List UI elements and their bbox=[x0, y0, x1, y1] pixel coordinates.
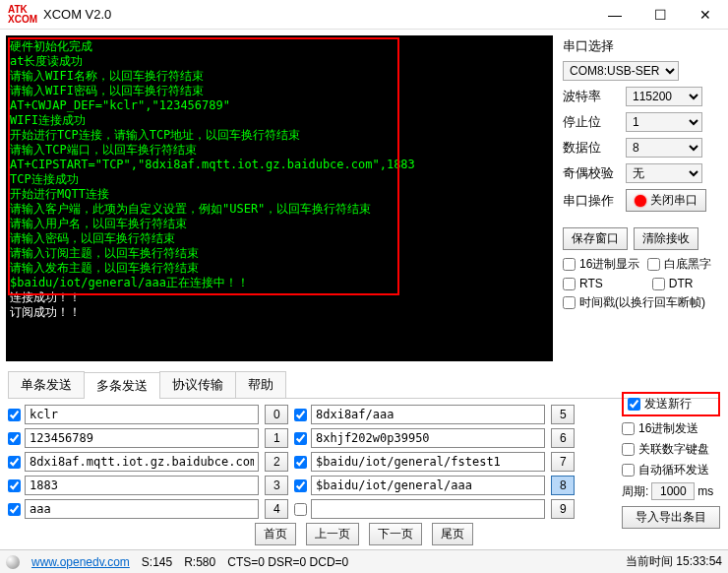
row-input-b[interactable] bbox=[311, 428, 545, 448]
maximize-button[interactable]: ☐ bbox=[645, 7, 675, 23]
dtr-checkbox[interactable] bbox=[652, 278, 665, 290]
rts-checkbox[interactable] bbox=[563, 278, 576, 290]
tab-bar: 单条发送 多条发送 协议传输 帮助 bbox=[8, 371, 720, 399]
row-send-a-button[interactable]: 3 bbox=[265, 476, 288, 495]
port-label: 串口选择 bbox=[563, 37, 614, 55]
record-icon bbox=[635, 195, 646, 207]
console-output: 硬件初始化完成 at长度读成功 请输入WIFI名称，以回车换行符结束 请输入WI… bbox=[6, 35, 553, 361]
send-newline-checkbox[interactable] bbox=[628, 398, 640, 411]
tab-protocol[interactable]: 协议传输 bbox=[159, 371, 236, 398]
row-send-a-button[interactable]: 4 bbox=[265, 499, 288, 519]
row-send-b-button[interactable]: 9 bbox=[551, 499, 575, 519]
window-title: XCOM V2.0 bbox=[43, 7, 600, 22]
app-logo: ATKXCOM bbox=[8, 5, 37, 25]
send-row: 4 9 bbox=[8, 499, 720, 519]
close-button[interactable]: ✕ bbox=[691, 7, 720, 23]
save-window-button[interactable]: 保存窗口 bbox=[563, 227, 628, 250]
row-send-b-button[interactable]: 6 bbox=[551, 428, 575, 448]
row-checkbox-a[interactable] bbox=[8, 479, 21, 492]
row-send-b-button[interactable]: 7 bbox=[551, 452, 575, 472]
nav-last-button[interactable]: 尾页 bbox=[432, 523, 473, 545]
parity-label: 奇偶校验 bbox=[563, 164, 620, 182]
row-input-a[interactable] bbox=[25, 452, 259, 472]
baud-label: 波特率 bbox=[563, 88, 620, 105]
send-row: 0 5 bbox=[8, 405, 720, 424]
close-port-button[interactable]: 关闭串口 bbox=[626, 189, 706, 212]
import-export-button[interactable]: 导入导出条目 bbox=[622, 506, 720, 529]
stop-label: 停止位 bbox=[563, 113, 620, 131]
row-input-b[interactable] bbox=[311, 405, 545, 424]
minimize-button[interactable]: — bbox=[600, 7, 630, 23]
row-checkbox-b[interactable] bbox=[294, 503, 307, 516]
row-input-a[interactable] bbox=[25, 476, 259, 495]
vendor-link[interactable]: www.openedv.com bbox=[31, 555, 130, 569]
row-send-b-button[interactable]: 8 bbox=[551, 476, 575, 495]
row-checkbox-b[interactable] bbox=[294, 479, 307, 492]
autoloop-checkbox[interactable] bbox=[622, 464, 635, 477]
row-checkbox-b[interactable] bbox=[294, 456, 307, 469]
send-options-panel: 发送新行 16进制发送 关联数字键盘 自动循环发送 周期:ms 导入导出条目 bbox=[622, 392, 720, 529]
baud-select[interactable]: 115200 bbox=[626, 87, 702, 106]
hex-display-checkbox[interactable] bbox=[563, 258, 576, 271]
op-label: 串口操作 bbox=[563, 192, 620, 210]
status-lines: CTS=0 DSR=0 DCD=0 bbox=[227, 555, 348, 569]
row-send-a-button[interactable]: 2 bbox=[265, 452, 288, 472]
row-input-a[interactable] bbox=[25, 428, 259, 448]
tab-help[interactable]: 帮助 bbox=[235, 371, 286, 398]
row-send-b-button[interactable]: 5 bbox=[551, 405, 575, 424]
titlebar: ATKXCOM XCOM V2.0 — ☐ ✕ bbox=[0, 0, 728, 30]
data-label: 数据位 bbox=[563, 139, 620, 157]
status-dot-icon bbox=[6, 555, 20, 569]
row-checkbox-b[interactable] bbox=[294, 409, 307, 421]
hex-send-checkbox[interactable] bbox=[622, 422, 635, 435]
row-input-a[interactable] bbox=[25, 499, 259, 519]
row-checkbox-a[interactable] bbox=[8, 456, 21, 469]
serial-settings-panel: 串口选择 COM8:USB-SERIAL 波特率115200 停止位1 数据位8… bbox=[559, 30, 728, 367]
row-input-b[interactable] bbox=[311, 476, 545, 495]
status-sent: S:145 bbox=[142, 555, 172, 569]
row-input-b[interactable] bbox=[311, 452, 545, 472]
nav-next-button[interactable]: 下一页 bbox=[369, 523, 422, 545]
send-row: 3 8 bbox=[8, 476, 720, 495]
row-checkbox-b[interactable] bbox=[294, 432, 307, 445]
tab-single-send[interactable]: 单条发送 bbox=[8, 371, 85, 398]
status-recv: R:580 bbox=[184, 555, 215, 569]
stop-select[interactable]: 1 bbox=[626, 112, 702, 132]
send-row: 2 7 bbox=[8, 452, 720, 472]
row-input-a[interactable] bbox=[25, 405, 259, 424]
port-select[interactable]: COM8:USB-SERIAL bbox=[563, 61, 679, 81]
row-send-a-button[interactable]: 1 bbox=[265, 428, 288, 448]
tab-multi-send[interactable]: 多条发送 bbox=[84, 372, 160, 399]
multi-send-grid: 0 5 1 6 2 7 3 8 4 9 首页 上一页 下一页 尾页 bbox=[0, 399, 728, 551]
status-time: 15:33:54 bbox=[676, 554, 722, 568]
nav-prev-button[interactable]: 上一页 bbox=[306, 523, 359, 545]
white-bg-checkbox[interactable] bbox=[647, 258, 660, 271]
row-checkbox-a[interactable] bbox=[8, 432, 21, 445]
clear-receive-button[interactable]: 清除接收 bbox=[634, 227, 698, 250]
row-checkbox-a[interactable] bbox=[8, 503, 21, 516]
period-label: 周期: bbox=[622, 483, 648, 500]
nav-first-button[interactable]: 首页 bbox=[255, 523, 296, 545]
row-input-b[interactable] bbox=[311, 499, 545, 519]
parity-select[interactable]: 无 bbox=[626, 163, 702, 183]
status-bar: www.openedv.com S:145 R:580 CTS=0 DSR=0 … bbox=[0, 549, 728, 573]
row-checkbox-a[interactable] bbox=[8, 409, 21, 421]
period-input[interactable] bbox=[651, 482, 695, 500]
row-send-a-button[interactable]: 0 bbox=[265, 405, 288, 424]
data-select[interactable]: 8 bbox=[626, 138, 702, 158]
timestamp-checkbox[interactable] bbox=[563, 296, 576, 309]
send-row: 1 6 bbox=[8, 428, 720, 448]
highlight-box-newline: 发送新行 bbox=[622, 392, 720, 416]
numpad-checkbox[interactable] bbox=[622, 443, 635, 456]
